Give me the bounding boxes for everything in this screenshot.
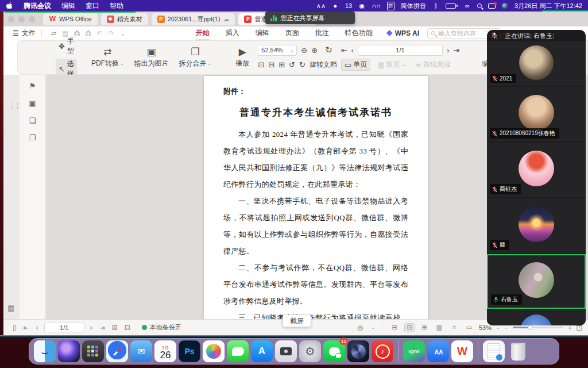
rotate-right-icon[interactable]: ↻	[299, 60, 305, 69]
apple-menu-icon[interactable]	[6, 2, 13, 10]
search-input[interactable]	[438, 30, 478, 37]
dock-finder-icon[interactable]: ⌣	[34, 340, 56, 362]
menubar-menu-edit[interactable]: 编辑	[61, 1, 75, 11]
tab-docer[interactable]: ❖ 稻壳素材	[101, 13, 148, 25]
drag-handle-icon[interactable]: ⋮⋮	[9, 102, 20, 110]
last-page-icon[interactable]: ⇥	[453, 46, 459, 55]
view-double-page-icon[interactable]: ⊞	[419, 323, 430, 332]
tab-page[interactable]: 页面	[284, 27, 300, 40]
wps-ai-button[interactable]: WPS AI	[386, 29, 419, 37]
screen-mirroring-icon[interactable]: ∞	[464, 3, 471, 9]
dock-cinema4d-icon[interactable]	[347, 340, 369, 362]
play-button[interactable]: ▶ 播放	[235, 47, 249, 68]
view-full-width-icon[interactable]: ▭	[464, 323, 474, 332]
screenshot-floating-button[interactable]: 截屏	[283, 315, 311, 327]
participant-tile[interactable]: 202108060219张春艳	[487, 87, 586, 141]
dock-wechat-icon[interactable]: 13	[323, 340, 345, 362]
prev-page-icon[interactable]: ‹	[351, 46, 354, 55]
participant-tile[interactable]: 2021	[487, 41, 586, 86]
comment-icon[interactable]: ❏	[29, 116, 36, 125]
view-book-icon[interactable]: ▥	[434, 323, 444, 332]
page-indicator-box[interactable]: 1/1	[358, 45, 443, 56]
zoom-out-icon[interactable]: ⊖	[301, 46, 307, 55]
bluetooth-icon[interactable]: ᛒ	[432, 3, 439, 9]
dock-wps-icon[interactable]: W	[451, 340, 473, 362]
fit-width-icon[interactable]: ⊟	[268, 60, 274, 69]
zoom-window-button[interactable]	[29, 16, 35, 22]
participant-tile[interactable]: 滕	[487, 198, 586, 253]
dock-photoshop-icon[interactable]: Ps	[179, 340, 200, 362]
actual-size-icon[interactable]: ⊡	[258, 60, 264, 69]
double-page-button[interactable]: ▥ 双页 ⌄	[374, 59, 408, 70]
participant-tile-partial[interactable]	[487, 310, 586, 325]
menubar-menu-help[interactable]: 帮助	[110, 1, 123, 11]
delete-page-icon[interactable]: ⊟	[125, 324, 130, 332]
dock-messages-icon[interactable]	[227, 340, 249, 362]
first-page-icon[interactable]: ⇤	[341, 46, 347, 55]
prev-page-icon[interactable]: ‹	[36, 324, 38, 332]
continuous-read-button[interactable]: ≣ 连续阅读	[412, 59, 454, 70]
dock-netease-music-icon[interactable]: ♪	[372, 340, 393, 362]
zoom-in-icon[interactable]: ⊕	[311, 46, 318, 55]
dock-appstore-icon[interactable]: A	[251, 340, 273, 362]
statusbar-page-indicator[interactable]: 1/1	[44, 323, 84, 332]
rotate-doc-button[interactable]: 旋转文档	[310, 60, 337, 70]
zoom-slider[interactable]	[513, 327, 563, 328]
dock-settings-icon[interactable]: ⚙	[299, 340, 321, 362]
dock-photos-icon[interactable]	[203, 340, 225, 362]
dock-trash-icon[interactable]	[507, 340, 529, 362]
participant-tile[interactable]: 商钰杰	[487, 143, 586, 197]
tab-ppt-document[interactable]: P 2023061...育ppt(1) ☁	[152, 13, 235, 25]
dock-iqiyi-icon[interactable]: iQIYI	[403, 340, 425, 362]
airpods-icon[interactable]: ∩∩	[372, 3, 381, 9]
rotate-left-icon[interactable]: ↺	[289, 60, 295, 69]
dock-launchpad-icon[interactable]	[82, 340, 104, 362]
first-page-icon[interactable]: ⇤	[24, 324, 29, 332]
dock-mail-icon[interactable]: ✉	[130, 340, 152, 362]
single-page-button[interactable]: ▭ 单页	[341, 59, 370, 71]
tab-home[interactable]: 开始	[195, 27, 211, 40]
menubar-app-name[interactable]: 腾讯会议	[24, 1, 51, 11]
last-page-icon[interactable]: ⇥	[99, 324, 105, 332]
menubar-menu-window[interactable]: 窗口	[86, 1, 99, 11]
tab-insert[interactable]: 插入	[225, 27, 241, 40]
view-fit-height-icon[interactable]: ⊟	[389, 323, 400, 332]
meeting-status-icon[interactable]: ∧∧	[316, 3, 326, 9]
thumbnail-grid-icon[interactable]: ▦	[7, 304, 14, 312]
read-mode-icon[interactable]: ◎	[357, 324, 363, 332]
control-center-icon[interactable]	[502, 3, 508, 9]
fit-page-icon[interactable]: ⊞	[278, 60, 285, 69]
zoom-level-dropdown[interactable]: 52.54% ⌄	[258, 45, 297, 56]
insert-image-icon[interactable]: ▣	[29, 99, 36, 108]
device-notification-icon[interactable]	[488, 3, 496, 9]
dock-document-preview-icon[interactable]	[483, 340, 505, 362]
dock-safari-icon[interactable]	[106, 340, 128, 362]
window-controls[interactable]	[8, 16, 35, 22]
next-page-icon[interactable]: ›	[90, 324, 92, 332]
file-menu-button[interactable]: ☰ 文件	[9, 28, 39, 38]
insert-page-icon[interactable]: ⊞	[112, 324, 118, 332]
view-fit-window-icon[interactable]: ⌗	[449, 323, 459, 332]
participant-tile-speaking[interactable]: 石鲁玉	[487, 254, 586, 309]
redo-icon[interactable]: ↷	[109, 29, 114, 37]
tab-comment[interactable]: 批注	[314, 27, 330, 40]
input-method-label[interactable]: 简体拼音	[401, 2, 426, 10]
tab-wps-office[interactable]: W WPS Office	[43, 13, 98, 25]
local-backup-status[interactable]: 本地备份开	[142, 323, 181, 332]
print-preview-icon[interactable]: ⎙	[86, 29, 91, 37]
view-single-page-icon[interactable]: ⊡	[404, 323, 415, 332]
sidebar-toggle-icon[interactable]: ▯	[13, 324, 17, 332]
rotate-pages-icon[interactable]: ↻	[325, 45, 332, 55]
battery-icon[interactable]	[446, 3, 458, 9]
pdf-convert-button[interactable]: ⇄ PDF转换⌄	[91, 47, 124, 68]
statusbar-zoom-percent[interactable]: 53%	[479, 324, 492, 331]
export-image-button[interactable]: ▣ 输出为图片	[134, 47, 169, 68]
bookmark-icon[interactable]: ⚑	[29, 82, 36, 90]
creative-cloud-icon[interactable]: ◉	[358, 3, 365, 9]
dock-screenshot-icon[interactable]	[275, 340, 297, 362]
spotlight-search-icon[interactable]	[477, 3, 482, 8]
tab-edit[interactable]: 编辑	[254, 27, 270, 40]
hand-tool-button[interactable]: ✥ 手型	[56, 36, 77, 56]
chevron-down-icon[interactable]: ⌄	[120, 29, 126, 37]
wechat-status-icon[interactable]: ●	[332, 3, 339, 9]
